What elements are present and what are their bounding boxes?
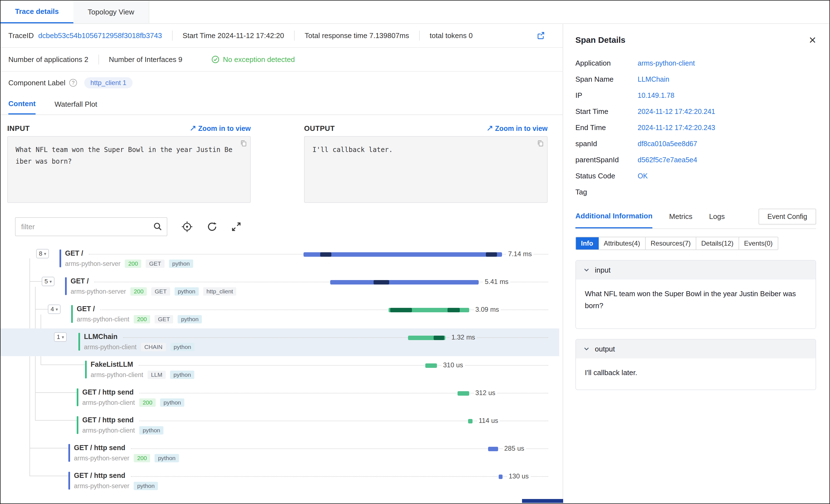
subtab-attributes[interactable]: Attributes(4) [599, 237, 646, 249]
status-tag: 200 [130, 287, 147, 296]
tab-metrics[interactable]: Metrics [669, 204, 693, 228]
field-value[interactable]: LLMChain [638, 75, 669, 83]
input-text-box: What NFL team won the Super Bowl in the … [7, 136, 251, 203]
input-text: What NFL team won the Super Bowl in the … [15, 146, 232, 165]
subtab-events[interactable]: Events(0) [739, 237, 778, 249]
field-label: End Time [575, 123, 638, 132]
lang-tag: python [170, 371, 194, 379]
lang-tag: python [178, 315, 202, 324]
expand-icon[interactable] [231, 222, 241, 232]
span-row[interactable]: 8▾ GET / arms-python-server 200 GET pyth… [1, 245, 559, 273]
collapse-badge[interactable]: 5▾ [42, 277, 55, 286]
span-duration: 312 us [474, 389, 497, 397]
span-row[interactable]: 5▾ GET / arms-python-server 200 GET pyth… [1, 273, 559, 301]
info-subtab-bar: Info Attributes(4) Resources(7) Details(… [575, 237, 778, 250]
field-value[interactable]: 10.149.1.78 [638, 92, 674, 99]
search-icon[interactable] [153, 222, 162, 231]
field-value[interactable]: 2024-11-12 17:42:20.241 [638, 107, 715, 115]
span-name: GET / http send [82, 416, 134, 424]
copy-icon[interactable] [240, 139, 247, 147]
collapse-badge[interactable]: 8▾ [36, 249, 49, 258]
filter-input[interactable] [15, 217, 167, 236]
component-label-text: Component Label [8, 79, 65, 87]
span-app: arms-python-client [82, 427, 135, 434]
dotted-leader [94, 282, 548, 282]
copy-icon[interactable] [537, 139, 544, 147]
field-label: IP [575, 91, 638, 100]
collapse-badge[interactable]: 1▾ [54, 332, 67, 342]
span-row[interactable]: 4▾ GET / arms-python-client 200 GET pyth… [1, 301, 559, 328]
field-value[interactable]: df8ca010a5ee8d67 [638, 140, 697, 148]
span-duration: 7.14 ms [506, 250, 534, 258]
output-card-header[interactable]: output [576, 339, 816, 359]
locate-target-icon[interactable] [181, 221, 193, 233]
refresh-icon[interactable] [207, 222, 217, 232]
total-tokens-text: total tokens 0 [430, 31, 473, 40]
waterfall-bar[interactable] [457, 391, 469, 396]
waterfall-bar[interactable] [330, 280, 479, 284]
input-card-header[interactable]: input [576, 261, 816, 279]
field-value[interactable]: 2024-11-12 17:42:20.243 [638, 124, 715, 132]
span-duration: 3.09 ms [474, 306, 501, 313]
span-row[interactable]: FakeListLLM arms-python-client LLM pytho… [1, 356, 559, 384]
lang-tag: python [134, 482, 158, 490]
component-tag-pill[interactable]: http_client 1 [84, 77, 132, 88]
output-zoom-link[interactable]: Zoom in to view [487, 125, 548, 133]
span-name: GET / [71, 277, 89, 285]
field-value[interactable]: d562f5c7e7aea5e4 [638, 156, 697, 164]
component-tag: http_client [203, 287, 236, 296]
waterfall-bar[interactable] [408, 336, 445, 340]
output-card: output I'll callback later. [575, 339, 816, 390]
waterfall-bar[interactable] [389, 308, 469, 312]
trace-id-value[interactable]: dcbeb53c54b1056712958f3018fb3743 [38, 31, 162, 40]
span-row[interactable]: GET / http send arms-python-client pytho… [1, 412, 559, 440]
tab-logs[interactable]: Logs [709, 204, 725, 228]
dotted-leader [139, 365, 548, 366]
close-icon[interactable]: × [809, 34, 816, 46]
span-duration: 310 us [441, 361, 465, 369]
external-link-icon[interactable] [537, 31, 545, 40]
tab-content[interactable]: Content [8, 94, 36, 114]
field-value[interactable]: arms-python-client [638, 59, 695, 67]
span-row[interactable]: GET / http send arms-python-client 200 p… [1, 384, 559, 412]
subtab-details[interactable]: Details(12) [696, 237, 739, 249]
start-time-text: Start Time 2024-11-12 17:42:20 [183, 31, 284, 40]
method-tag: GET [146, 260, 164, 268]
span-duration: 5.41 ms [483, 278, 510, 285]
span-color-indicator [60, 249, 61, 267]
waterfall-bar[interactable] [425, 363, 437, 368]
span-name: GET / [65, 249, 83, 257]
trace-content-panel: TraceID dcbeb53c54b1056712958f3018fb3743… [1, 24, 563, 504]
span-color-indicator [68, 444, 70, 462]
subtab-info[interactable]: Info [576, 237, 599, 249]
waterfall-bar[interactable] [468, 419, 473, 424]
zoom-arrow-icon [487, 125, 493, 131]
waterfall-bar[interactable] [304, 252, 502, 257]
dotted-leader [131, 476, 548, 477]
lang-tag: python [170, 343, 195, 351]
exception-status: No exception detected [211, 55, 295, 64]
field-value[interactable]: OK [638, 172, 648, 180]
waterfall-bar[interactable] [499, 475, 503, 479]
help-icon[interactable]: ? [69, 79, 77, 87]
tab-topology-view[interactable]: Topology View [73, 1, 149, 23]
tab-waterfall-plot[interactable]: Waterfall Plot [55, 94, 97, 114]
method-tag: GET [151, 287, 170, 296]
collapse-badge[interactable]: 4▾ [48, 304, 61, 314]
event-config-button[interactable]: Event Config [759, 209, 816, 225]
span-row[interactable]: GET / http send arms-python-server 200 p… [1, 440, 559, 467]
tab-trace-details[interactable]: Trace details [1, 1, 73, 23]
span-row[interactable]: GET / http send arms-python-server pytho… [1, 467, 559, 495]
span-details-title: Span Details [575, 35, 626, 45]
scroll-indicator[interactable] [522, 499, 563, 503]
span-duration: 285 us [503, 444, 526, 452]
output-text-box: I'll callback later. [304, 136, 548, 203]
input-zoom-link[interactable]: Zoom in to view [190, 125, 251, 133]
span-duration: 1.32 ms [450, 333, 477, 341]
status-tag: 200 [134, 315, 150, 324]
waterfall-bar[interactable] [488, 447, 498, 451]
span-row-selected[interactable]: 1▾ LLMChain arms-python-client CHAIN pyt… [1, 328, 559, 356]
check-circle-icon [211, 55, 220, 64]
subtab-resources[interactable]: Resources(7) [646, 237, 696, 249]
tab-additional-information[interactable]: Additional Information [575, 204, 652, 228]
